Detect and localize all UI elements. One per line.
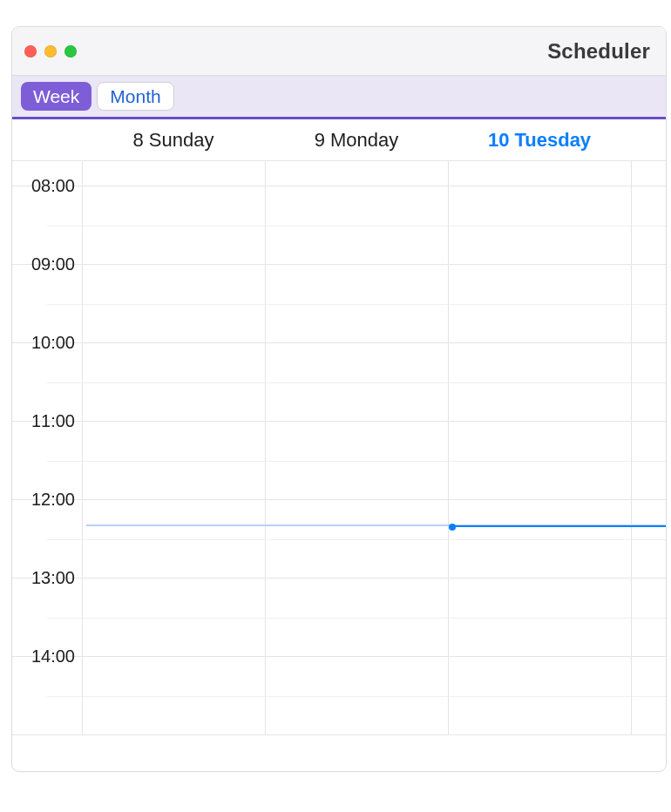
month-view-button[interactable]: Month [97,82,173,111]
time-slot[interactable] [265,161,448,186]
minimize-icon[interactable] [44,45,57,58]
time-slot[interactable] [631,186,666,265]
time-label: 13:00 [12,579,82,657]
time-label: 11:00 [12,422,82,500]
close-icon[interactable] [24,45,37,58]
time-slot[interactable] [448,422,631,500]
time-slot[interactable] [448,265,631,343]
time-slot[interactable] [82,186,265,265]
time-slot[interactable] [265,657,448,735]
time-slot[interactable] [82,343,265,422]
day-header-row: 8 Sunday 9 Monday 10 Tuesday 11 W [12,119,666,161]
time-slot[interactable] [631,657,666,735]
time-slot[interactable] [631,422,666,500]
scheduler-window: Scheduler Week Month 8 Sunday 9 Monday 1… [11,26,667,772]
time-slot[interactable] [448,500,631,579]
time-label: 09:00 [12,265,82,343]
time-slot[interactable] [631,579,666,657]
time-slot[interactable] [448,343,631,422]
day-header[interactable]: 11 W [631,129,667,152]
time-slot[interactable] [448,657,631,735]
time-slot[interactable] [265,500,448,579]
time-slot[interactable] [265,422,448,500]
time-label: 14:00 [12,657,82,735]
titlebar[interactable]: Scheduler [12,27,666,76]
time-slot[interactable] [265,343,448,422]
zoom-icon[interactable] [64,45,77,58]
time-slot[interactable] [265,186,448,265]
time-slot[interactable] [448,161,631,186]
time-slot[interactable] [631,500,666,579]
time-label: 10:00 [12,343,82,422]
view-toolbar: Week Month [12,76,666,119]
time-slot[interactable] [82,500,265,579]
calendar-grid[interactable]: 07:0008:0009:0010:0011:0012:0013:0014:00 [12,161,666,771]
time-slot[interactable] [448,186,631,265]
time-slot[interactable] [631,265,666,343]
time-slot[interactable] [82,422,265,500]
time-slot[interactable] [265,265,448,343]
time-label: 12:00 [12,500,82,579]
time-slot[interactable] [82,265,265,343]
time-slot[interactable] [82,161,265,186]
day-header[interactable]: 9 Monday [265,129,448,152]
window-title: Scheduler [547,39,650,64]
time-slot[interactable] [82,657,265,735]
time-slot[interactable] [82,579,265,657]
day-header[interactable]: 8 Sunday [82,129,265,152]
time-slot[interactable] [265,579,448,657]
day-header-today[interactable]: 10 Tuesday [448,129,631,152]
time-slot[interactable] [448,579,631,657]
time-slot[interactable] [631,161,666,186]
window-controls [24,45,77,58]
week-view-button[interactable]: Week [21,82,92,111]
time-slot[interactable] [631,343,666,422]
time-label: 08:00 [12,186,82,265]
